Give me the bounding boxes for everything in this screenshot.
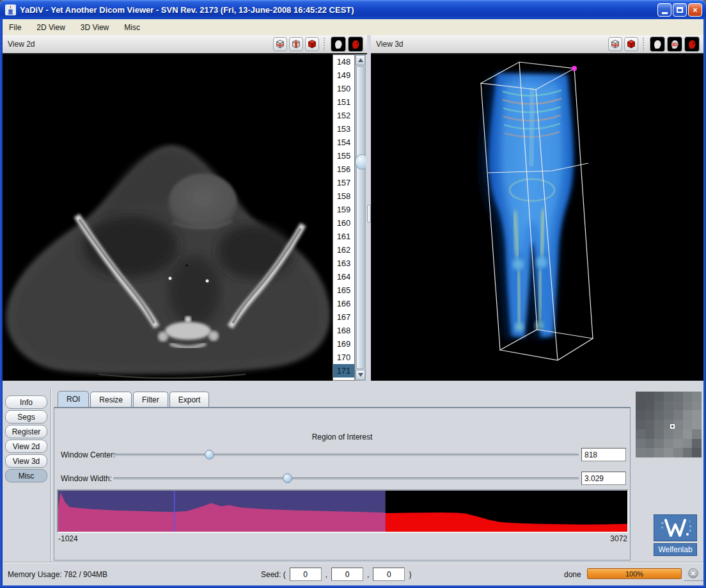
cube-axial-slice-icon[interactable] [273, 37, 287, 51]
tab-filter[interactable]: Filter [133, 392, 168, 407]
tab-roi[interactable]: ROI [58, 391, 89, 407]
slice-scrollbar[interactable] [355, 54, 366, 381]
titlebar[interactable]: YaDiV - Yet Another Dicom Viewer - SVN R… [0, 0, 706, 19]
menu-item-misc[interactable]: Misc [118, 21, 146, 34]
slice-item-167[interactable]: 167 [333, 310, 354, 324]
view3d-canvas[interactable] [371, 54, 703, 381]
sidebar-item-segs[interactable]: Segs [5, 410, 47, 424]
preview-pixel [683, 410, 693, 420]
window-width-slider[interactable] [113, 472, 579, 485]
preview-pixel [654, 410, 664, 420]
tab-bar: ROIResizeFilterExport [58, 391, 209, 407]
slice-item-154[interactable]: 154 [333, 136, 354, 149]
head-white-icon[interactable] [331, 36, 346, 52]
menu-item-file[interactable]: File [3, 21, 27, 34]
preview-pixel [645, 392, 655, 401]
seed-field-2[interactable] [331, 568, 363, 581]
slice-item-168[interactable]: 168 [333, 324, 354, 337]
window-title: YaDiV - Yet Another Dicom Viewer - SVN R… [20, 5, 354, 15]
preview-pixel [645, 410, 655, 420]
cube-axial-slice-icon[interactable] [608, 37, 622, 51]
window-border-right [703, 19, 706, 588]
slice-item-163[interactable]: 163 [333, 257, 354, 270]
svg-text:w: w [661, 521, 664, 525]
cube-sagittal-slice-icon[interactable] [289, 37, 303, 51]
slice-item-152[interactable]: 152 [333, 109, 354, 122]
pixel-marker [670, 424, 675, 429]
crop-corner-handle [572, 66, 577, 71]
slice-item-164[interactable]: 164 [333, 270, 354, 283]
window-width-track[interactable] [113, 477, 579, 480]
preview-pixel [683, 429, 693, 439]
slice-item-148[interactable]: 148 [333, 55, 354, 68]
svg-text:3D: 3D [671, 42, 678, 47]
sidebar-item-info[interactable]: Info [5, 395, 47, 409]
slice-item-158[interactable]: 158 [333, 189, 354, 203]
slice-item-156[interactable]: 156 [333, 163, 354, 176]
cube-solid-red-icon[interactable] [305, 37, 319, 51]
window-center-slider[interactable] [113, 449, 579, 461]
preview-pixel [654, 401, 664, 411]
seed-close-paren: ) [409, 570, 411, 579]
scroll-up-icon[interactable] [356, 55, 365, 65]
slice-list[interactable]: 1481491501511521531541551561571581591601… [333, 54, 355, 381]
cube-solid-red-icon[interactable] [624, 37, 638, 51]
view2d-canvas[interactable] [3, 54, 333, 381]
preview-pixel [645, 439, 655, 449]
slice-item-170[interactable]: 170 [333, 351, 354, 364]
split-divider[interactable] [366, 54, 371, 381]
slice-item-165[interactable]: 165 [333, 283, 354, 297]
scroll-down-icon[interactable] [356, 370, 365, 380]
slice-item-150[interactable]: 150 [333, 82, 354, 95]
preview-pixel [673, 410, 683, 420]
head-red-icon[interactable] [348, 36, 363, 52]
welfenlab-logo: w e l a b [654, 514, 697, 541]
slice-item-155[interactable]: 155 [333, 149, 354, 163]
slice-item-162[interactable]: 162 [333, 243, 354, 257]
menu-item-3d-view[interactable]: 3D View [74, 21, 115, 34]
tab-export[interactable]: Export [169, 392, 210, 407]
preview-pixel [683, 401, 693, 411]
seed-field-3[interactable] [373, 568, 405, 581]
scrollbar-thumb[interactable] [356, 66, 365, 369]
close-button[interactable]: × [688, 3, 702, 17]
sidebar-item-view-2d[interactable]: View 2d [5, 440, 47, 453]
head-3d-icon[interactable]: 3D [667, 36, 682, 52]
menu-item-2d-view[interactable]: 2D View [30, 21, 71, 34]
window-width-value[interactable] [581, 472, 626, 485]
window-center-label: Window Center: [61, 450, 115, 459]
view2d-title: View 2d [8, 40, 273, 49]
statusbar: Memory Usage: 782 / 904MB Seed: (,,) don… [3, 562, 703, 586]
sidebar-item-misc[interactable]: Misc [5, 469, 47, 482]
slice-item-161[interactable]: 161 [333, 230, 354, 243]
sidebar-item-view-3d[interactable]: View 3d [5, 454, 47, 468]
slice-item-166[interactable]: 166 [333, 297, 354, 310]
head-red-icon[interactable] [684, 36, 700, 52]
slice-item-159[interactable]: 159 [333, 203, 354, 216]
cancel-progress-button[interactable]: ✕ [688, 568, 698, 578]
seed-field-1[interactable] [290, 568, 322, 581]
slice-item-171[interactable]: 171 [333, 364, 354, 377]
sidebar-item-register[interactable]: Register [5, 425, 47, 438]
view3d-header: View 3d 3D [371, 35, 703, 54]
preview-pixel [664, 410, 673, 420]
preview-pixel [645, 420, 655, 429]
slice-item-157[interactable]: 157 [333, 176, 354, 189]
status-grip [684, 580, 703, 581]
window-border-bottom [0, 585, 706, 588]
slice-item-151[interactable]: 151 [333, 95, 354, 109]
welfenlab-label: Welfenlab [654, 543, 697, 556]
window-center-thumb[interactable] [205, 450, 214, 459]
tab-resize[interactable]: Resize [90, 392, 132, 407]
window-center-track[interactable] [113, 454, 579, 456]
preview-pixel [683, 439, 693, 449]
slice-item-169[interactable]: 169 [333, 337, 354, 351]
maximize-button[interactable] [673, 3, 687, 17]
window-width-thumb[interactable] [283, 473, 292, 483]
window-center-value[interactable] [581, 448, 626, 461]
slice-item-149[interactable]: 149 [333, 68, 354, 82]
head-white-icon[interactable] [650, 36, 665, 52]
slice-item-160[interactable]: 160 [333, 216, 354, 230]
minimize-button[interactable] [657, 3, 671, 17]
slice-item-153[interactable]: 153 [333, 122, 354, 136]
